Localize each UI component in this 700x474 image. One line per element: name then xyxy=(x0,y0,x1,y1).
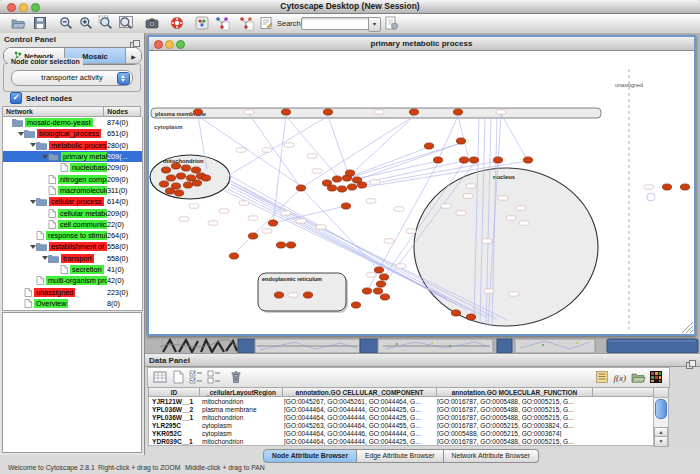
network-node[interactable] xyxy=(374,267,383,273)
network-node[interactable] xyxy=(341,203,350,209)
network-edge[interactable] xyxy=(344,147,429,179)
table-row[interactable]: YDR039C__1mitochondrion[GO:0044464, GO:0… xyxy=(149,437,654,445)
network-node[interactable] xyxy=(351,302,360,308)
tab-edge-attribute-browser[interactable]: Edge Attribute Browser xyxy=(357,449,444,463)
network-node[interactable] xyxy=(332,176,341,182)
network-window-titlebar[interactable]: primary metabolic process xyxy=(149,37,694,51)
network-node[interactable] xyxy=(424,143,433,149)
network-node[interactable] xyxy=(171,163,180,169)
tree-row-establishment-of-lo[interactable]: establishment of lo558(0) xyxy=(3,241,142,252)
network-view-window[interactable]: primary metabolic process plasma membran… xyxy=(147,35,696,336)
help-icon[interactable] xyxy=(169,15,186,32)
annotation-tool-icon[interactable] xyxy=(258,15,275,32)
tree-row-response-to-stimulu[interactable]: response to stimulu264(0) xyxy=(3,230,142,241)
network-node[interactable] xyxy=(453,109,462,115)
network-node[interactable] xyxy=(192,180,201,186)
create-attribute-icon[interactable] xyxy=(170,369,186,385)
import-network-icon[interactable] xyxy=(383,15,400,32)
network-node[interactable] xyxy=(345,170,354,176)
tree-row-secretion[interactable]: secretion41(0) xyxy=(3,264,142,275)
network-canvas[interactable]: plasma membranecytoplasmmitochondrionnuc… xyxy=(149,51,694,334)
tree-row-nucleobase-[interactable]: nucleobase-209(0) xyxy=(3,162,142,173)
unselect-attributes-icon[interactable] xyxy=(206,369,222,385)
network-node[interactable] xyxy=(459,157,468,163)
network-node[interactable] xyxy=(248,233,257,239)
tree-row-transport[interactable]: transport558(0) xyxy=(3,253,142,264)
network-node[interactable] xyxy=(296,185,305,191)
tree-expander-icon[interactable] xyxy=(29,245,36,249)
tab-network-attribute-browser[interactable]: Network Attribute Browser xyxy=(444,449,540,463)
float-panel-icon[interactable] xyxy=(130,35,140,44)
network-edge[interactable] xyxy=(501,114,528,161)
tree-row-cell-communicat[interactable]: cell communicat22(0) xyxy=(3,219,142,230)
network-node[interactable] xyxy=(347,184,356,190)
network-node[interactable] xyxy=(276,242,285,248)
network-node[interactable] xyxy=(680,184,689,190)
network-edge[interactable] xyxy=(328,116,349,176)
tree-row-unassigned[interactable]: unassigned223(0) xyxy=(3,286,142,297)
network-node[interactable] xyxy=(281,109,290,115)
network-node[interactable] xyxy=(176,173,185,179)
attribute-list-icon[interactable] xyxy=(594,369,610,385)
network-node[interactable] xyxy=(362,288,371,294)
search-dropdown-arrow[interactable]: ▾ xyxy=(368,17,381,32)
table-row[interactable]: YPL036W__2plasma membrane[GO:0044464, GO… xyxy=(149,405,654,413)
network-node[interactable] xyxy=(337,186,346,192)
tree-row-primary-metabo[interactable]: primary metabo209(... xyxy=(3,151,142,162)
matrix-view-icon[interactable] xyxy=(648,369,664,385)
network-node[interactable] xyxy=(166,175,175,181)
table-row[interactable]: YJR121W__1mitochondrion[GO:0045267, GO:0… xyxy=(149,397,654,405)
network-node[interactable] xyxy=(229,253,238,259)
table-column-header[interactable]: annotation.GO CELLULAR_COMPONENT xyxy=(283,387,437,397)
tree-row-macromolecule[interactable]: macromolecule311(0) xyxy=(3,185,142,196)
table-row[interactable]: YKR052Ccytoplasm[GO:0044464, GO:0044446,… xyxy=(149,429,654,437)
network-edge[interactable] xyxy=(229,116,328,175)
table-column-header[interactable] xyxy=(593,387,659,397)
table-column-header[interactable]: ID xyxy=(148,387,200,397)
tree-expander-icon[interactable] xyxy=(41,155,48,159)
search-input[interactable] xyxy=(301,17,371,30)
network-edge[interactable] xyxy=(354,143,461,181)
table-icon[interactable] xyxy=(152,369,168,385)
network-node[interactable] xyxy=(165,188,174,194)
network-node[interactable] xyxy=(159,181,168,187)
tree-row-biological-process[interactable]: biological_process651(0) xyxy=(3,128,142,139)
network-edge[interactable] xyxy=(249,114,301,188)
zoom-in-icon[interactable] xyxy=(78,15,95,32)
network-node[interactable] xyxy=(274,292,283,298)
zoom-out-icon[interactable] xyxy=(58,15,75,32)
network-node[interactable] xyxy=(303,292,312,298)
dropdown-stepper-icon[interactable] xyxy=(117,72,130,85)
network-node[interactable] xyxy=(323,109,332,115)
more-tabs-arrow[interactable]: ▶ xyxy=(126,48,141,64)
network-node[interactable] xyxy=(466,314,475,320)
network-node[interactable] xyxy=(193,109,202,115)
select-attributes-icon[interactable] xyxy=(188,369,204,385)
network-node[interactable] xyxy=(469,157,478,163)
snapshot-icon[interactable] xyxy=(144,15,161,32)
table-row[interactable]: YLR295Ccytoplasm[GO:0045263, GO:0044464,… xyxy=(149,421,654,429)
network-edge[interactable] xyxy=(273,116,286,223)
tree-expander-icon[interactable] xyxy=(17,132,24,136)
network-node[interactable] xyxy=(174,190,183,196)
tree-expander-icon[interactable] xyxy=(29,143,36,147)
table-column-header[interactable]: _cellularLayoutRegion xyxy=(200,387,283,397)
layout-network-alt-icon[interactable] xyxy=(238,15,255,32)
open-session-icon[interactable] xyxy=(10,15,27,32)
table-column-header[interactable]: annotation.GO MOLECULAR_FUNCTION xyxy=(437,387,593,397)
network-node[interactable] xyxy=(357,182,366,188)
zoom-fit-content-icon[interactable] xyxy=(118,15,135,32)
tree-expander-icon[interactable] xyxy=(41,256,48,260)
background-windows-strip[interactable] xyxy=(145,338,700,353)
import-attributes-icon[interactable] xyxy=(630,369,646,385)
tree-column-nodes[interactable]: Nodes xyxy=(104,106,141,117)
delete-attribute-icon[interactable] xyxy=(228,369,244,385)
data-panel-float-icon[interactable] xyxy=(686,355,696,364)
network-node[interactable] xyxy=(456,138,465,144)
zoom-selected-region-icon[interactable] xyxy=(98,15,115,32)
tree-row-metabolic-process[interactable]: metabolic process280(0) xyxy=(3,140,142,151)
network-node[interactable] xyxy=(181,165,190,171)
function-builder-icon[interactable]: f(x) xyxy=(612,369,628,385)
birds-eye-view[interactable] xyxy=(2,312,142,453)
select-nodes-checkbox[interactable]: ✓ xyxy=(10,92,22,104)
